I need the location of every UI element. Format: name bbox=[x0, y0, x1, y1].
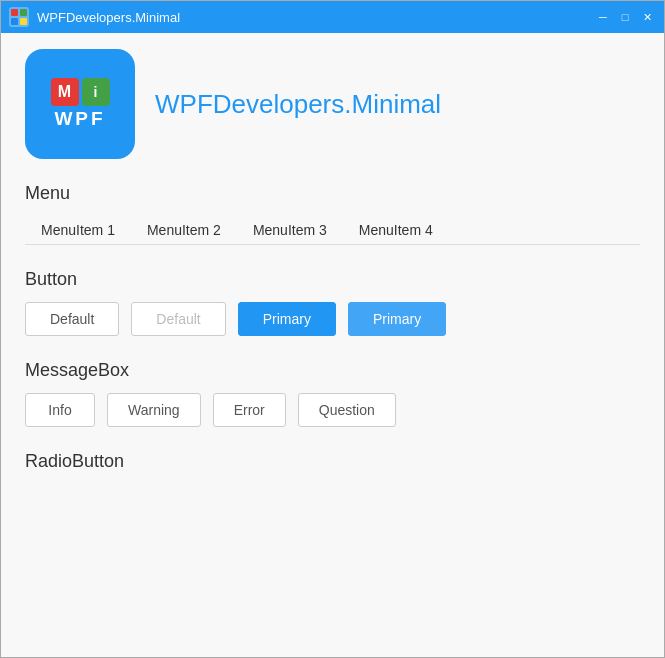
svg-rect-4 bbox=[20, 18, 27, 25]
button-section-label: Button bbox=[25, 269, 640, 290]
logo-wpf-text: WPF bbox=[54, 108, 105, 130]
menu-section: Menu MenuItem 1 MenuItem 2 MenuItem 3 Me… bbox=[25, 183, 640, 245]
info-button[interactable]: Info bbox=[25, 393, 95, 427]
minimize-button[interactable]: ─ bbox=[594, 8, 612, 26]
app-title: WPFDevelopers.Minimal bbox=[155, 89, 441, 120]
default-button-2[interactable]: Default bbox=[131, 302, 225, 336]
warning-button[interactable]: Warning bbox=[107, 393, 201, 427]
radiobutton-label: RadioButton bbox=[25, 451, 640, 472]
app-logo: M i WPF bbox=[25, 49, 135, 159]
radiobutton-section: RadioButton bbox=[25, 451, 640, 472]
menu-item-3[interactable]: MenuItem 3 bbox=[237, 216, 343, 244]
primary-button-2[interactable]: Primary bbox=[348, 302, 446, 336]
titlebar: WPFDevelopers.Minimal ─ □ ✕ bbox=[1, 1, 664, 33]
logo-inner: M i WPF bbox=[51, 78, 110, 130]
logo-i-square: i bbox=[82, 78, 110, 106]
maximize-button[interactable]: □ bbox=[616, 8, 634, 26]
svg-rect-2 bbox=[20, 9, 27, 16]
menu-item-2[interactable]: MenuItem 2 bbox=[131, 216, 237, 244]
menu-bar: MenuItem 1 MenuItem 2 MenuItem 3 MenuIte… bbox=[25, 216, 640, 245]
titlebar-title: WPFDevelopers.Minimal bbox=[37, 10, 594, 25]
menu-item-4[interactable]: MenuItem 4 bbox=[343, 216, 449, 244]
logo-m-square: M bbox=[51, 78, 79, 106]
default-button-1[interactable]: Default bbox=[25, 302, 119, 336]
error-button[interactable]: Error bbox=[213, 393, 286, 427]
close-button[interactable]: ✕ bbox=[638, 8, 656, 26]
button-section: Button Default Default Primary Primary bbox=[25, 269, 640, 336]
messagebox-row: Info Warning Error Question bbox=[25, 393, 640, 427]
messagebox-label: MessageBox bbox=[25, 360, 640, 381]
app-window: WPFDevelopers.Minimal ─ □ ✕ M i WPF bbox=[0, 0, 665, 658]
svg-rect-3 bbox=[11, 18, 18, 25]
window-controls: ─ □ ✕ bbox=[594, 8, 656, 26]
menu-item-1[interactable]: MenuItem 1 bbox=[25, 216, 131, 244]
titlebar-icon bbox=[9, 7, 29, 27]
question-button[interactable]: Question bbox=[298, 393, 396, 427]
svg-rect-1 bbox=[11, 9, 18, 16]
logo-bottom-row: WPF bbox=[54, 108, 105, 130]
menu-label: Menu bbox=[25, 183, 640, 204]
logo-top-row: M i bbox=[51, 78, 110, 106]
messagebox-section: MessageBox Info Warning Error Question bbox=[25, 360, 640, 427]
button-row: Default Default Primary Primary bbox=[25, 302, 640, 336]
main-content: M i WPF WPFDevelopers.Minimal Menu MenuI… bbox=[1, 33, 664, 657]
primary-button-1[interactable]: Primary bbox=[238, 302, 336, 336]
header-section: M i WPF WPFDevelopers.Minimal bbox=[25, 49, 640, 159]
